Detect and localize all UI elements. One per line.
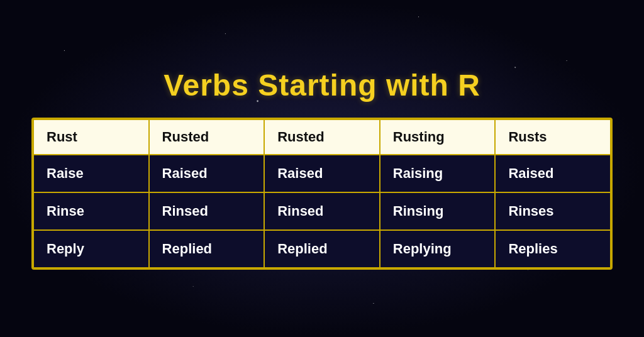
cell-r0-c4: Raised bbox=[495, 155, 611, 192]
cell-r1-c0: Rinse bbox=[33, 192, 149, 230]
table-row: ReplyRepliedRepliedReplyingReplies bbox=[33, 230, 611, 268]
page-title: Verbs Starting with R bbox=[164, 68, 480, 102]
cell-r0-c0: Raise bbox=[33, 155, 149, 192]
cell-r2-c4: Replies bbox=[495, 230, 611, 268]
cell-r2-c1: Replied bbox=[149, 230, 265, 268]
cell-r2-c3: Replying bbox=[380, 230, 496, 268]
cell-r1-c4: Rinses bbox=[495, 192, 611, 230]
cell-r1-c1: Rinsed bbox=[149, 192, 265, 230]
header-col-5: Rusts bbox=[495, 119, 611, 155]
cell-r0-c1: Raised bbox=[149, 155, 265, 192]
table-row: RinseRinsedRinsedRinsingRinses bbox=[33, 192, 611, 230]
verbs-table: Rust Rusted Rusted Rusting Rusts RaiseRa… bbox=[33, 119, 611, 268]
cell-r2-c0: Reply bbox=[33, 230, 149, 268]
cell-r1-c3: Rinsing bbox=[380, 192, 496, 230]
header-col-4: Rusting bbox=[380, 119, 496, 155]
header-col-1: Rust bbox=[33, 119, 149, 155]
verbs-table-container: Rust Rusted Rusted Rusting Rusts RaiseRa… bbox=[31, 118, 613, 270]
cell-r0-c3: Raising bbox=[380, 155, 496, 192]
table-header-row: Rust Rusted Rusted Rusting Rusts bbox=[33, 119, 611, 155]
cell-r1-c2: Rinsed bbox=[264, 192, 380, 230]
cell-r2-c2: Replied bbox=[264, 230, 380, 268]
cell-r0-c2: Raised bbox=[264, 155, 380, 192]
header-col-2: Rusted bbox=[149, 119, 265, 155]
table-row: RaiseRaisedRaisedRaisingRaised bbox=[33, 155, 611, 192]
header-col-3: Rusted bbox=[264, 119, 380, 155]
